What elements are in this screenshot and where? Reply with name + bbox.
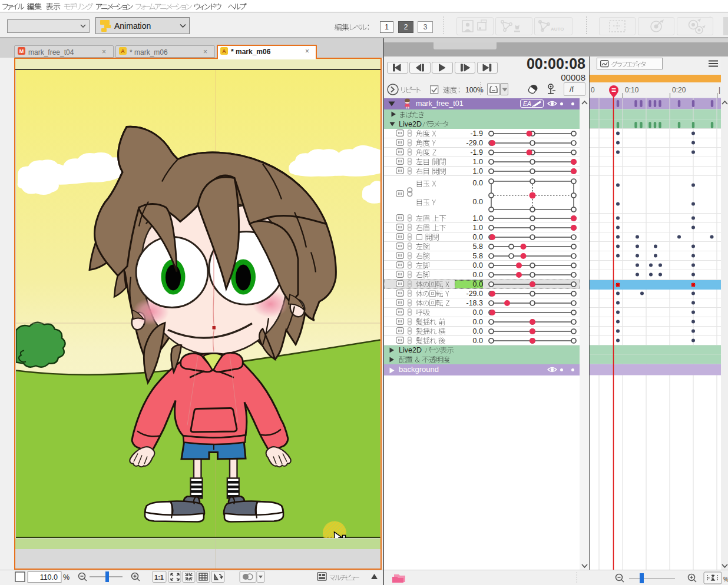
svg-text:%: % — [63, 573, 70, 581]
svg-text:%: % — [723, 576, 728, 583]
svg-text:1:1: 1:1 — [154, 574, 164, 581]
svg-text:110.0: 110.0 — [40, 573, 58, 581]
svg-text:M: M — [19, 48, 24, 54]
svg-text:A: A — [121, 48, 125, 54]
svg-text:A: A — [222, 48, 226, 54]
svg-text:AUTO: AUTO — [551, 26, 564, 32]
